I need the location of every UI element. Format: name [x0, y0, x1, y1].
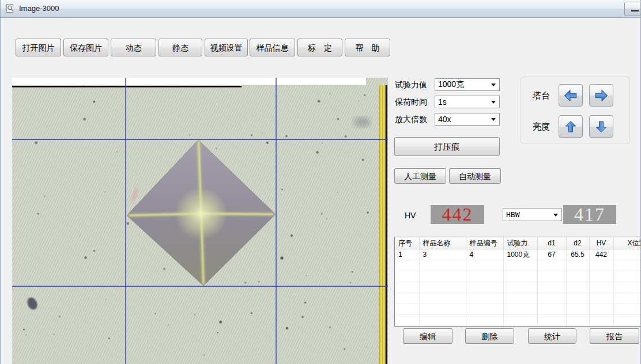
- toolbar-button-dynamic[interactable]: 动态: [111, 39, 156, 56]
- report-button[interactable]: 报告: [590, 328, 639, 344]
- toolbar-button-video-settings[interactable]: 视频设置: [205, 39, 248, 56]
- turret-right-icon: [594, 89, 609, 103]
- table-cell: [566, 271, 589, 282]
- table-cell: [466, 304, 503, 315]
- delete-button[interactable]: 删除: [465, 328, 514, 344]
- column-header-2[interactable]: 样品编号: [466, 237, 503, 249]
- table-cell: [613, 304, 641, 315]
- hold-time-select[interactable]: 1s: [435, 96, 500, 108]
- column-header-1[interactable]: 样品名称: [419, 237, 466, 249]
- table-cell: [466, 260, 503, 271]
- test-force-select[interactable]: 1000克: [435, 78, 500, 91]
- results-table: 序号样品名称样品编号试验力d1d2HVX位置 1341000克6765.5442: [394, 237, 641, 327]
- video-top-strip: [12, 78, 366, 85]
- table-row[interactable]: [395, 260, 641, 271]
- title-bar: Image-3000: [1, 0, 641, 18]
- app-icon: [6, 3, 16, 14]
- table-cell: [419, 260, 466, 271]
- magnification-label: 放大倍数: [395, 115, 427, 125]
- table-cell: [613, 271, 641, 282]
- edit-button[interactable]: 编辑: [403, 328, 453, 344]
- table-cell: [566, 315, 589, 326]
- converted-value-display: 417: [563, 205, 616, 224]
- chevron-down-icon: [553, 214, 558, 217]
- table-cell: [537, 293, 566, 304]
- toolbar-button-help[interactable]: 帮 助: [345, 39, 390, 56]
- table-cell: [395, 304, 419, 315]
- table-cell: [566, 260, 589, 271]
- column-header-6[interactable]: HV: [589, 237, 613, 249]
- test-force-value: 1000克: [438, 79, 464, 90]
- statistics-button[interactable]: 统计: [528, 328, 576, 344]
- table-cell: 1: [395, 249, 419, 260]
- manual-measure-button[interactable]: 人工测量: [394, 168, 446, 184]
- table-row[interactable]: 1341000克6765.5442: [395, 249, 641, 260]
- brightness-label: 亮度: [533, 122, 550, 132]
- table-cell: [537, 304, 566, 315]
- table-row[interactable]: [395, 282, 641, 293]
- table-cell: [419, 282, 466, 293]
- table-cell: [589, 271, 613, 282]
- column-header-5[interactable]: d2: [566, 237, 589, 249]
- table-row[interactable]: [395, 304, 641, 315]
- minimize-icon: [631, 10, 639, 12]
- table-cell: [466, 271, 503, 282]
- table-cell: 1000克: [503, 249, 537, 260]
- turret-left-button[interactable]: [559, 84, 583, 107]
- table-cell: [566, 304, 589, 315]
- hardness-scale-value: HBW: [506, 210, 519, 219]
- table-row[interactable]: [395, 271, 641, 282]
- table-cell: [537, 271, 566, 282]
- column-header-4[interactable]: d1: [537, 237, 566, 249]
- toolbar-button-save-image[interactable]: 保存图片: [63, 39, 108, 56]
- table-cell: [613, 293, 641, 304]
- toolbar-button-static[interactable]: 静态: [159, 39, 202, 56]
- turret-label: 塔台: [533, 90, 550, 101]
- brightness-up-button[interactable]: [559, 115, 583, 138]
- table-cell: [589, 315, 613, 326]
- table-row[interactable]: [395, 315, 641, 326]
- magnification-value: 40x: [438, 115, 451, 124]
- turret-right-button[interactable]: [589, 84, 613, 107]
- table-cell: [503, 293, 537, 304]
- hardness-scale-select[interactable]: HBW: [503, 208, 562, 221]
- table-row[interactable]: [395, 293, 641, 304]
- table-cell: 65.5: [566, 249, 589, 260]
- table-cell: [537, 282, 566, 293]
- dark-particle: [280, 256, 283, 259]
- table-cell: [589, 260, 613, 271]
- table-cell: [613, 315, 641, 326]
- table-cell: 4: [466, 249, 503, 260]
- table-cell: 442: [589, 249, 613, 260]
- table-cell: [395, 271, 419, 282]
- microscope-view[interactable]: [12, 78, 388, 364]
- table-cell: [395, 260, 419, 271]
- table-cell: [395, 282, 419, 293]
- column-header-3[interactable]: 试验力: [503, 237, 537, 249]
- blur-smudge: [353, 117, 371, 127]
- make-indentation-button[interactable]: 打压痕: [394, 137, 500, 156]
- table-cell: [566, 293, 589, 304]
- column-header-0[interactable]: 序号: [395, 237, 419, 249]
- table-cell: [589, 282, 613, 293]
- chevron-down-icon: [491, 84, 496, 86]
- magnification-select[interactable]: 40x: [435, 113, 500, 126]
- toolbar-button-open-image[interactable]: 打开图片: [16, 39, 61, 56]
- results-table-header-row: 序号样品名称样品编号试验力d1d2HVX位置: [395, 237, 641, 249]
- toolbar-button-calibration[interactable]: 标 定: [297, 39, 342, 56]
- auto-measure-button[interactable]: 自动测量: [449, 168, 501, 184]
- table-cell: [503, 260, 537, 271]
- results-table-body: 1341000克6765.5442: [395, 249, 641, 326]
- table-cell: [419, 293, 466, 304]
- brightness-down-button[interactable]: [589, 115, 613, 138]
- toolbar-button-sample-info[interactable]: 样品信息: [250, 39, 295, 56]
- brightness-up-icon: [564, 119, 578, 134]
- table-cell: [589, 304, 613, 315]
- edge-line-black: [386, 85, 387, 364]
- table-cell: [566, 282, 589, 293]
- hold-time-value: 1s: [438, 97, 447, 107]
- column-header-7[interactable]: X位置: [613, 237, 641, 249]
- minimize-button[interactable]: [624, 2, 641, 16]
- table-cell: [419, 315, 466, 326]
- indentation-center-glow: [175, 187, 228, 240]
